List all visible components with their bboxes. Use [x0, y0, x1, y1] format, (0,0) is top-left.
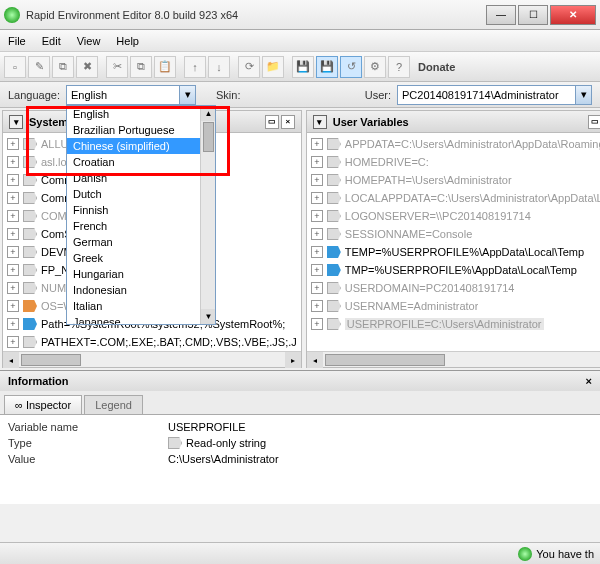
- expand-icon[interactable]: +: [311, 174, 323, 186]
- expand-icon[interactable]: +: [7, 264, 19, 276]
- info-close-button[interactable]: ×: [586, 375, 592, 387]
- expand-icon[interactable]: +: [311, 264, 323, 276]
- expand-icon[interactable]: +: [311, 156, 323, 168]
- tool-rename[interactable]: ✎: [28, 56, 50, 78]
- scroll-down-icon[interactable]: ▼: [201, 309, 216, 324]
- variable-row[interactable]: +HOMEPATH=\Users\Administrator: [307, 171, 600, 189]
- tool-dup[interactable]: ⧉: [130, 56, 152, 78]
- tool-new[interactable]: ▫: [4, 56, 26, 78]
- language-option[interactable]: Brazilian Portuguese: [67, 122, 215, 138]
- variable-row[interactable]: +LOGONSERVER=\\PC201408191714: [307, 207, 600, 225]
- language-option[interactable]: Danish: [67, 170, 215, 186]
- variable-row[interactable]: +USERDOMAIN=PC201408191714: [307, 279, 600, 297]
- tab-inspector[interactable]: ∞ Inspector: [4, 395, 82, 414]
- scroll-thumb[interactable]: [203, 122, 214, 152]
- menu-help[interactable]: Help: [116, 35, 139, 47]
- language-option[interactable]: Indonesian: [67, 282, 215, 298]
- variable-row[interactable]: +APPDATA=C:\Users\Administrator\AppData\…: [307, 135, 600, 153]
- expand-icon[interactable]: +: [7, 318, 19, 330]
- language-option[interactable]: Japanese: [67, 314, 215, 325]
- tab-legend[interactable]: Legend: [84, 395, 143, 414]
- expand-icon[interactable]: +: [311, 282, 323, 294]
- language-option[interactable]: Croatian: [67, 154, 215, 170]
- tag-icon: [327, 138, 341, 150]
- language-option[interactable]: Dutch: [67, 186, 215, 202]
- expand-icon[interactable]: +: [7, 336, 19, 348]
- scroll-left-icon[interactable]: ◂: [307, 352, 323, 368]
- language-option[interactable]: Finnish: [67, 202, 215, 218]
- language-option[interactable]: Greek: [67, 250, 215, 266]
- language-option[interactable]: French: [67, 218, 215, 234]
- dropdown-scrollbar[interactable]: ▲ ▼: [200, 106, 215, 324]
- expand-icon[interactable]: +: [311, 246, 323, 258]
- variable-row[interactable]: +LOCALAPPDATA=C:\Users\Administrator\App…: [307, 189, 600, 207]
- minimize-button[interactable]: —: [486, 5, 516, 25]
- expand-icon[interactable]: +: [311, 318, 323, 330]
- tool-restore[interactable]: ↺: [340, 56, 362, 78]
- expand-icon[interactable]: +: [311, 210, 323, 222]
- expand-icon[interactable]: +: [311, 192, 323, 204]
- tool-backup[interactable]: 💾: [292, 56, 314, 78]
- scroll-thumb[interactable]: [325, 354, 445, 366]
- expand-icon[interactable]: +: [7, 282, 19, 294]
- chevron-down-icon[interactable]: ▾: [575, 86, 591, 104]
- tool-cut[interactable]: ✂: [106, 56, 128, 78]
- donate-link[interactable]: Donate: [418, 61, 455, 73]
- tool-copy[interactable]: ⧉: [52, 56, 74, 78]
- tool-up[interactable]: ↑: [184, 56, 206, 78]
- close-button[interactable]: ✕: [550, 5, 596, 25]
- variable-row[interactable]: +USERNAME=Administrator: [307, 297, 600, 315]
- tool-options[interactable]: ⚙: [364, 56, 386, 78]
- expand-icon[interactable]: +: [7, 246, 19, 258]
- expand-icon[interactable]: +: [7, 156, 19, 168]
- tool-delete[interactable]: ✖: [76, 56, 98, 78]
- panel-icon[interactable]: ▾: [9, 115, 23, 129]
- expand-icon[interactable]: +: [311, 300, 323, 312]
- expand-icon[interactable]: +: [311, 228, 323, 240]
- user-combo[interactable]: PC201408191714\Administrator ▾: [397, 85, 592, 105]
- expand-icon[interactable]: +: [7, 210, 19, 222]
- tool-down[interactable]: ↓: [208, 56, 230, 78]
- panel-icon[interactable]: ▾: [313, 115, 327, 129]
- variable-row[interactable]: +TEMP=%USERPROFILE%\AppData\Local\Temp: [307, 243, 600, 261]
- language-option[interactable]: Italian: [67, 298, 215, 314]
- h-scrollbar[interactable]: ◂ ▸: [3, 351, 301, 367]
- tool-refresh[interactable]: ⟳: [238, 56, 260, 78]
- maximize-button[interactable]: ☐: [518, 5, 548, 25]
- tool-help[interactable]: ?: [388, 56, 410, 78]
- language-option[interactable]: German: [67, 234, 215, 250]
- variable-row[interactable]: +USERPROFILE=C:\Users\Administrator: [307, 315, 600, 333]
- variable-row[interactable]: +HOMEDRIVE=C:: [307, 153, 600, 171]
- variable-row[interactable]: +PATHEXT=.COM;.EXE;.BAT;.CMD;.VBS;.VBE;.…: [3, 333, 301, 351]
- expand-icon[interactable]: +: [7, 300, 19, 312]
- user-tree[interactable]: +APPDATA=C:\Users\Administrator\AppData\…: [307, 133, 600, 351]
- collapse-icon[interactable]: ▭: [588, 115, 600, 129]
- chevron-down-icon[interactable]: ▾: [179, 86, 195, 104]
- scroll-thumb[interactable]: [21, 354, 81, 366]
- menu-file[interactable]: File: [8, 35, 26, 47]
- scroll-right-icon[interactable]: ▸: [285, 352, 301, 368]
- expand-icon[interactable]: +: [7, 228, 19, 240]
- language-option[interactable]: Hungarian: [67, 266, 215, 282]
- menu-edit[interactable]: Edit: [42, 35, 61, 47]
- variable-row[interactable]: +TMP=%USERPROFILE%\AppData\Local\Temp: [307, 261, 600, 279]
- language-option[interactable]: English: [67, 106, 215, 122]
- expand-icon[interactable]: +: [7, 138, 19, 150]
- expand-icon[interactable]: +: [7, 192, 19, 204]
- h-scrollbar[interactable]: ◂ ▸: [307, 351, 600, 367]
- expand-icon[interactable]: +: [7, 174, 19, 186]
- tool-save[interactable]: 💾: [316, 56, 338, 78]
- menu-view[interactable]: View: [77, 35, 101, 47]
- language-option[interactable]: Chinese (simplified): [67, 138, 215, 154]
- titlebar[interactable]: Rapid Environment Editor 8.0 build 923 x…: [0, 0, 600, 30]
- close-icon[interactable]: ×: [281, 115, 295, 129]
- expand-icon[interactable]: +: [311, 138, 323, 150]
- variable-row[interactable]: +SESSIONNAME=Console: [307, 225, 600, 243]
- language-dropdown[interactable]: EnglishBrazilian PortugueseChinese (simp…: [66, 105, 216, 325]
- tool-paste[interactable]: 📋: [154, 56, 176, 78]
- language-combo[interactable]: English ▾ EnglishBrazilian PortugueseChi…: [66, 85, 196, 105]
- tool-open[interactable]: 📁: [262, 56, 284, 78]
- scroll-left-icon[interactable]: ◂: [3, 352, 19, 368]
- collapse-icon[interactable]: ▭: [265, 115, 279, 129]
- scroll-up-icon[interactable]: ▲: [201, 106, 216, 121]
